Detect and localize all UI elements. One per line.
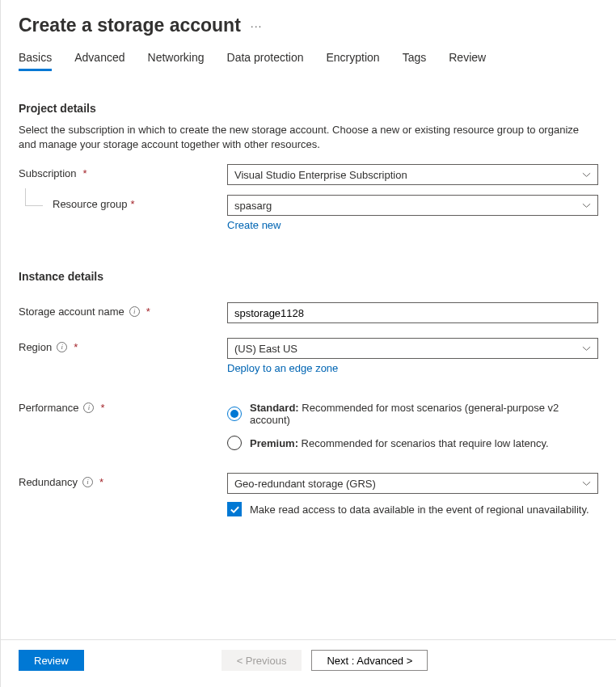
required-asterisk: *: [83, 167, 87, 179]
storage-name-label: Storage account name: [19, 306, 124, 318]
perf-standard-bold: Standard:: [250, 402, 299, 414]
resource-group-select[interactable]: spasarg: [227, 195, 598, 216]
chevron-down-icon: [582, 171, 591, 179]
subscription-label: Subscription: [19, 167, 77, 179]
chevron-down-icon: [582, 201, 591, 210]
performance-premium-radio[interactable]: Premium: Recommended for scenarios that …: [227, 436, 598, 450]
review-button[interactable]: Review: [19, 650, 84, 671]
subscription-value: Visual Studio Enterprise Subscription: [234, 169, 407, 181]
chevron-down-icon: [582, 344, 591, 353]
perf-premium-text: Recommended for scenarios that require l…: [298, 437, 549, 449]
tab-basics[interactable]: Basics: [19, 51, 52, 71]
required-asterisk: *: [99, 476, 103, 488]
required-asterisk: *: [100, 402, 104, 414]
info-icon[interactable]: i: [129, 306, 140, 317]
instance-details-heading: Instance details: [19, 270, 598, 283]
required-asterisk: *: [74, 341, 78, 353]
create-new-link[interactable]: Create new: [227, 219, 281, 231]
storage-name-input[interactable]: [227, 302, 598, 323]
next-button[interactable]: Next : Advanced >: [311, 650, 428, 671]
performance-label: Performance: [19, 402, 78, 414]
perf-premium-bold: Premium:: [250, 437, 298, 449]
radio-unchecked-icon: [227, 436, 242, 450]
checkbox-checked-icon: [227, 502, 242, 516]
previous-button: < Previous: [222, 650, 302, 671]
redundancy-label: Redundancy: [19, 476, 78, 488]
tab-review[interactable]: Review: [449, 51, 486, 71]
tree-connector: [25, 188, 43, 206]
tab-networking[interactable]: Networking: [148, 51, 205, 71]
chevron-down-icon: [582, 479, 591, 488]
project-details-heading: Project details: [19, 102, 598, 115]
region-value: (US) East US: [234, 343, 297, 355]
more-actions-icon[interactable]: ···: [251, 19, 263, 32]
tab-data-protection[interactable]: Data protection: [227, 51, 304, 71]
tab-advanced[interactable]: Advanced: [74, 51, 124, 71]
performance-standard-radio[interactable]: Standard: Recommended for most scenarios…: [227, 402, 598, 426]
required-asterisk: *: [131, 198, 135, 210]
project-details-description: Select the subscription in which to crea…: [19, 123, 598, 151]
read-access-checkbox[interactable]: Make read access to data available in th…: [227, 502, 598, 516]
required-asterisk: *: [146, 306, 150, 318]
page-title: Create a storage account: [19, 15, 241, 36]
region-label: Region: [19, 341, 52, 353]
info-icon[interactable]: i: [83, 403, 94, 413]
info-icon[interactable]: i: [57, 342, 67, 352]
resource-group-value: spasarg: [234, 200, 272, 212]
region-select[interactable]: (US) East US: [227, 338, 598, 359]
redundancy-value: Geo-redundant storage (GRS): [234, 478, 376, 490]
edge-zone-link[interactable]: Deploy to an edge zone: [227, 362, 338, 374]
tab-tags[interactable]: Tags: [403, 51, 427, 71]
tab-bar: BasicsAdvancedNetworkingData protectionE…: [19, 51, 598, 71]
read-access-label: Make read access to data available in th…: [250, 504, 589, 516]
info-icon[interactable]: i: [82, 477, 93, 487]
redundancy-select[interactable]: Geo-redundant storage (GRS): [227, 473, 598, 494]
tab-encryption[interactable]: Encryption: [327, 51, 380, 71]
radio-checked-icon: [227, 407, 242, 421]
subscription-select[interactable]: Visual Studio Enterprise Subscription: [227, 164, 598, 185]
resource-group-label: Resource group: [53, 198, 128, 210]
